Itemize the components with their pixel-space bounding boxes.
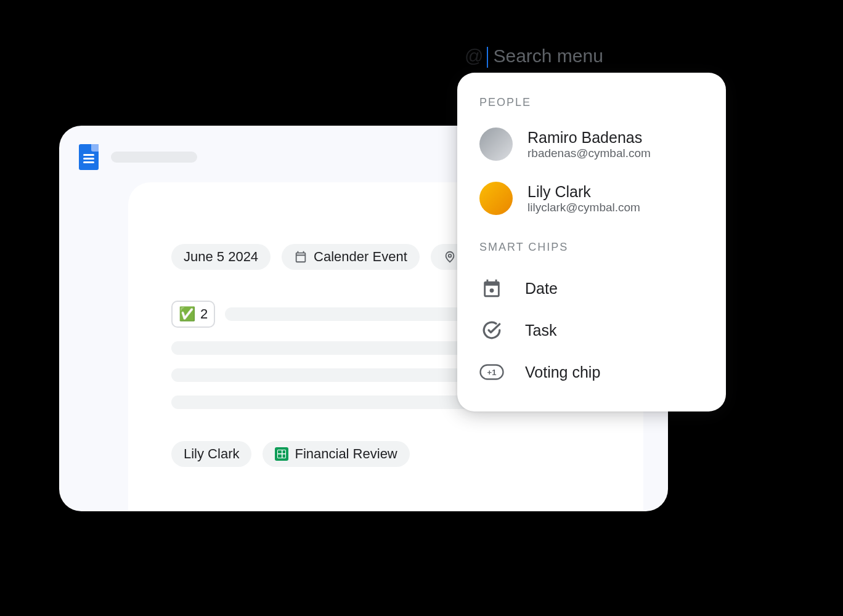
at-mention-trigger[interactable]: @Search menu <box>465 46 603 67</box>
event-chip-label: Calender Event <box>314 249 407 265</box>
smart-chip-label: Date <box>525 280 558 298</box>
svg-point-1 <box>490 288 494 293</box>
people-list: Ramiro Badenas rbadenas@cymbal.com Lily … <box>457 123 726 220</box>
docs-header <box>79 144 197 170</box>
task-check-icon <box>479 318 504 342</box>
person-chip-label: Lily Clark <box>184 446 239 462</box>
vote-chip[interactable]: ✅ 2 <box>171 301 215 328</box>
person-email: rbadenas@cymbal.com <box>527 147 651 160</box>
checkmark-icon: ✅ <box>179 306 195 322</box>
svg-point-0 <box>448 254 451 257</box>
person-email: lilyclark@cymbal.com <box>527 201 640 214</box>
smart-chip-voting[interactable]: +1 Voting chip <box>457 351 726 393</box>
location-pin-icon <box>443 250 457 264</box>
vote-count-label: 2 <box>200 306 208 322</box>
sheets-chip-label: Financial Review <box>295 446 397 462</box>
search-placeholder-text: Search menu <box>493 46 603 67</box>
avatar <box>479 128 513 161</box>
calendar-icon <box>294 250 307 264</box>
calendar-today-icon <box>479 276 504 301</box>
person-chip[interactable]: Lily Clark <box>171 441 251 467</box>
google-sheets-icon <box>275 447 288 461</box>
mention-popover: PEOPLE Ramiro Badenas rbadenas@cymbal.co… <box>457 73 726 411</box>
person-name: Ramiro Badenas <box>527 128 651 147</box>
person-name: Lily Clark <box>527 182 640 201</box>
smart-chips-section-label: SMART CHIPS <box>457 241 726 254</box>
date-chip[interactable]: June 5 2024 <box>171 244 271 270</box>
smart-chip-label: Voting chip <box>525 363 600 381</box>
doc-title-placeholder <box>111 152 197 163</box>
sheets-chip[interactable]: Financial Review <box>263 441 409 467</box>
event-chip[interactable]: Calender Event <box>282 244 420 270</box>
person-suggestion[interactable]: Ramiro Badenas rbadenas@cymbal.com <box>457 123 726 166</box>
smart-chip-label: Task <box>525 322 556 339</box>
at-symbol: @ <box>465 46 483 67</box>
google-docs-icon <box>79 144 99 170</box>
smart-chip-task[interactable]: Task <box>457 309 726 351</box>
person-suggestion[interactable]: Lily Clark lilyclark@cymbal.com <box>457 177 726 220</box>
avatar <box>479 182 513 215</box>
smart-chip-date[interactable]: Date <box>457 267 726 309</box>
plus-one-icon: +1 <box>479 360 504 384</box>
date-chip-label: June 5 2024 <box>184 249 258 265</box>
svg-text:+1: +1 <box>487 368 497 377</box>
people-section-label: PEOPLE <box>457 96 726 109</box>
text-cursor <box>487 47 488 68</box>
chip-row-bottom: Lily Clark Financial Review <box>171 441 600 467</box>
